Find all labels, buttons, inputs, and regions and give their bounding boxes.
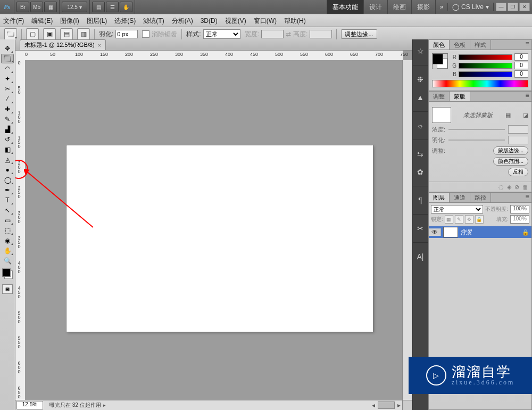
tab-color[interactable]: 颜色 [429,40,450,50]
mb-button[interactable]: Mb [30,2,43,12]
pen-tool[interactable]: ✒ [2,185,13,195]
brush-icon[interactable]: ☼ [415,120,426,131]
workspace-design[interactable]: 设计 [363,0,387,14]
invert-button[interactable]: 反相 [508,168,528,176]
zoom-tool[interactable]: 🔍 [2,256,13,266]
scrollbar-vertical[interactable] [402,60,412,400]
lock-pixels-icon[interactable]: ✎ [455,215,463,224]
ruler-origin[interactable] [15,51,26,61]
eyedropper-tool[interactable]: ⁄ [2,94,13,104]
min-button[interactable]: — [496,3,506,11]
history-icon[interactable]: ☆ [415,46,426,56]
r-value[interactable]: 0 [514,53,528,61]
tab-paths[interactable]: 路径 [470,193,491,202]
delete-mask-icon[interactable]: 🗑 [522,184,528,190]
brush-tool[interactable]: ✎ [2,114,13,124]
load-selection-icon[interactable]: ◌ [498,184,504,191]
opacity-value[interactable]: 100% [510,205,529,214]
fg-bg-color[interactable] [2,268,13,279]
dodge-tool[interactable]: ◯ [2,175,13,185]
quick-select-tool[interactable]: ✦ [2,74,13,84]
clone-src-icon[interactable]: ▲ [415,92,426,103]
menu-view[interactable]: 视图(V) [225,17,246,26]
screenlayout-button[interactable]: ▦ [44,2,57,12]
shape-tool[interactable]: ▭ [2,216,13,225]
arrange-button[interactable]: ☰ [106,2,119,12]
menu-analysis[interactable]: 分析(A) [172,17,193,26]
document-canvas[interactable] [66,145,373,332]
selection-mode-sub[interactable]: ▤ [60,28,73,40]
crop-tool[interactable]: ✂ [2,84,13,94]
lock-pos-icon[interactable]: ✥ [465,215,473,224]
3d-camera-tool[interactable]: ◉ [2,236,13,245]
doc-tab[interactable]: 未标题-1 @ 12.5%(RGB/8) × [20,39,106,50]
tab-channels[interactable]: 通道 [450,193,470,202]
r-slider[interactable] [459,54,512,60]
tab-adjust[interactable]: 调整 [429,92,450,101]
close-button[interactable]: ✕ [519,3,530,11]
tab-mask[interactable]: 蒙版 [450,92,470,101]
menu-file[interactable]: 文件(F) [3,17,24,26]
menu-filter[interactable]: 滤镜(T) [143,17,164,26]
refine-edge-button[interactable]: 调整边缘... [341,29,377,39]
menu-3d[interactable]: 3D(D) [201,17,218,24]
visibility-toggle[interactable]: 👁 [429,228,441,236]
disable-mask-icon[interactable]: ⊘ [514,184,519,191]
paint-bucket-tool[interactable]: ◬ [2,155,13,165]
fill-value[interactable]: 100% [510,215,529,224]
apply-mask-icon[interactable]: ◈ [507,184,511,191]
fg-color-swatch[interactable] [2,268,11,277]
blend-mode-select[interactable]: 正常 [431,205,483,214]
menu-select[interactable]: 选择(S) [114,17,136,26]
b-slider[interactable] [459,71,512,77]
layer-name[interactable]: 背景 [460,228,522,236]
cs-live-dropdown[interactable]: ◯ CS Live ▾ [447,3,493,11]
mini-bridge-button[interactable]: Br [16,2,29,12]
style-select[interactable]: 正常 [203,29,240,39]
ruler-horizontal[interactable]: 0501001502002503003504004505005506006507… [25,51,403,61]
g-slider[interactable] [459,63,512,69]
quick-mask-button[interactable]: ◙ [2,284,13,294]
color-swatches[interactable] [432,53,448,69]
max-button[interactable]: ❐ [508,3,518,11]
workspace-essentials[interactable]: 基本功能 [327,0,363,14]
lasso-tool[interactable]: ◠ [2,64,13,73]
tab-swatches[interactable]: 色板 [450,40,470,50]
workspace-more-button[interactable]: » [435,0,447,14]
blur-tool[interactable]: ● [2,165,13,175]
zoom-percent-field[interactable]: 12.5% [16,401,43,409]
menu-layer[interactable]: 图层(L) [87,17,107,26]
zoom-readout[interactable]: 12.5 ▾ [62,2,87,12]
character-icon[interactable]: A| [415,251,426,262]
selection-mode-new[interactable]: ▢ [26,28,39,40]
lock-all-icon[interactable]: 🔒 [475,215,484,224]
swatches-icon[interactable]: ⇆ [415,149,426,159]
menu-edit[interactable]: 编辑(E) [31,17,53,26]
status-info-chevron[interactable]: ▸ [103,403,106,408]
screen-mode-button[interactable]: ✋ [120,2,132,12]
tab-layers[interactable]: 图层 [429,193,450,202]
tab-styles[interactable]: 样式 [470,40,491,50]
workspace-photo[interactable]: 摄影 [411,0,435,14]
lock-trans-icon[interactable]: ▦ [445,215,453,224]
menu-help[interactable]: 帮助(H) [284,17,306,26]
brush-presets-icon[interactable]: ❉ [415,74,426,85]
color-range-button[interactable]: 颜色范围... [493,157,528,166]
tool-preset-picker[interactable]: ▾ [4,28,17,40]
menu-window[interactable]: 窗口(W) [254,17,277,26]
layer-item[interactable]: 👁 背景 🔒 [429,226,531,238]
selection-mode-int[interactable]: ▥ [77,28,90,40]
view-extras-button[interactable]: ▤ [92,2,105,12]
vector-mask-icon[interactable]: ◪ [523,112,528,119]
stamp-tool[interactable]: ▟ [2,125,13,134]
pixel-mask-icon[interactable]: ▦ [505,112,511,119]
healing-tool[interactable]: ✚ [2,104,13,114]
paragraph-icon[interactable]: ¶ [415,195,426,206]
rect-marquee-tool[interactable] [1,54,14,63]
panel-menu-icon[interactable]: ≡ [523,193,531,202]
b-value[interactable]: 0 [514,70,528,78]
panel-menu-icon[interactable]: ≡ [523,40,531,50]
hand-tool[interactable]: ✋ [2,246,13,256]
layer-thumbnail[interactable] [443,227,458,237]
feather-input[interactable] [115,30,138,38]
